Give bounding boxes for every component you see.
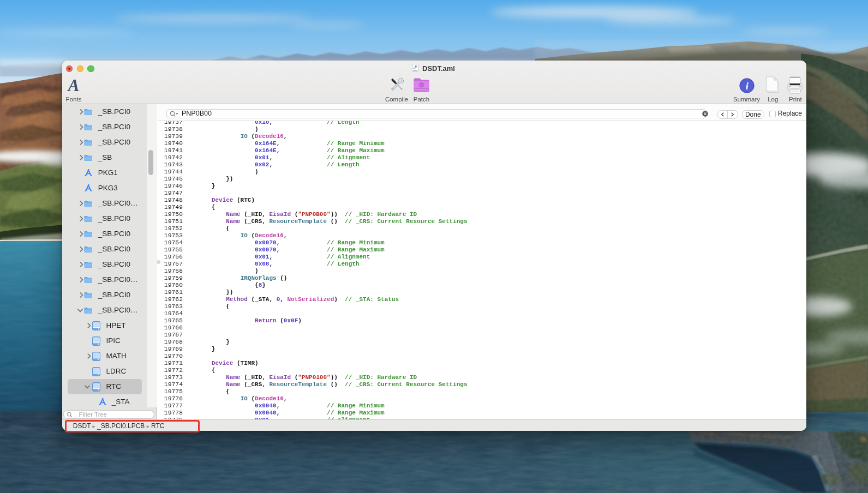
- svg-text:i: i: [745, 80, 749, 92]
